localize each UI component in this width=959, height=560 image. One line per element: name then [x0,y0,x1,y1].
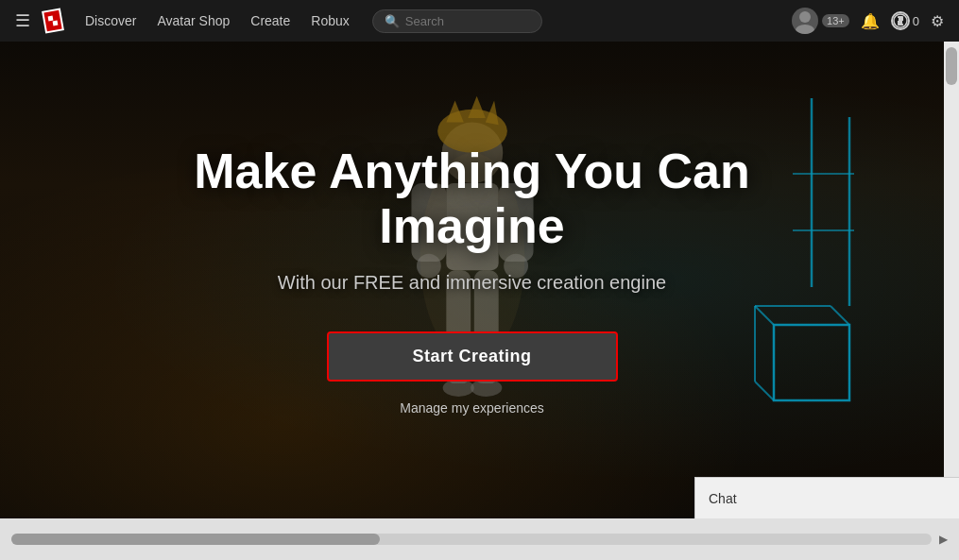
vertical-scrollbar[interactable] [944,42,959,518]
avatar-wrap[interactable]: 13+ [792,8,849,34]
robux-count: 0 [913,14,919,28]
nav-create[interactable]: Create [241,8,300,34]
hamburger-menu-button[interactable]: ☰ [11,7,34,35]
age-badge: 13+ [822,14,849,27]
navbar: ☰ Discover Avatar Shop Create Robux 🔍 13… [0,0,959,42]
notifications-button[interactable]: 🔔 [857,8,883,34]
right-icons: 13+ 🔔 0 ⚙ [792,8,948,34]
robux-wrap[interactable]: 0 [891,11,919,30]
nav-discover[interactable]: Discover [76,8,146,34]
svg-rect-3 [53,21,59,26]
nav-robux[interactable]: Robux [301,8,358,34]
search-icon: 🔍 [385,14,400,28]
bottom-bar: ▶ [0,518,959,560]
nav-avatar-shop[interactable]: Avatar Shop [147,8,239,34]
search-input[interactable] [405,14,530,28]
start-creating-button[interactable]: Start Creating [327,331,618,382]
hero-subtitle: With our FREE and immersive creation eng… [142,272,803,294]
scroll-thumb-vertical[interactable] [946,47,957,85]
svg-point-5 [796,25,814,34]
settings-button[interactable]: ⚙ [927,8,948,34]
scroll-right-icon[interactable]: ▶ [939,533,948,546]
svg-marker-13 [468,96,485,118]
roblox-logo[interactable] [40,8,66,34]
search-bar[interactable]: 🔍 [372,9,542,33]
horizontal-scrollbar-track[interactable] [11,534,932,545]
svg-rect-9 [902,21,905,24]
chat-label: Chat [709,491,737,506]
svg-point-4 [799,11,811,23]
horizontal-scrollbar-thumb[interactable] [11,534,380,545]
robux-icon [891,11,910,30]
manage-experiences-link[interactable]: Manage my experiences [142,400,803,416]
avatar [792,8,818,34]
hero-section: Make Anything You Can Imagine With our F… [0,42,944,518]
svg-rect-2 [48,16,54,22]
svg-rect-8 [896,18,899,21]
hero-title: Make Anything You Can Imagine [142,144,803,252]
chat-panel[interactable]: Chat [694,477,959,518]
hero-content: Make Anything You Can Imagine With our F… [104,144,841,415]
nav-links: Discover Avatar Shop Create Robux [76,8,359,34]
svg-rect-1 [43,10,61,31]
